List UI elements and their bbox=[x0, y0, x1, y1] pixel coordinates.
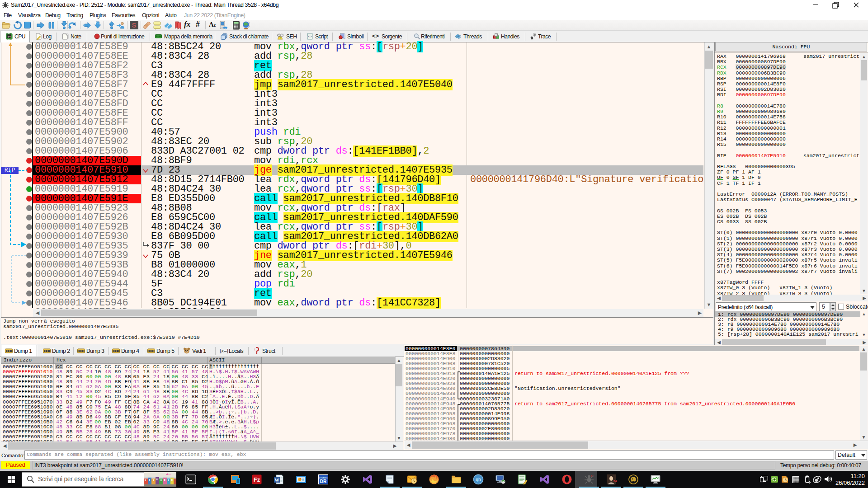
svg-text:64: 64 bbox=[613, 479, 617, 483]
svg-text:64: 64 bbox=[8, 35, 11, 38]
svg-text:DR: DR bbox=[320, 479, 327, 484]
svg-text:<>: <> bbox=[308, 35, 311, 38]
svg-text:64: 64 bbox=[591, 474, 594, 477]
svg-text:!: ! bbox=[279, 37, 280, 40]
svg-text:W: W bbox=[274, 478, 279, 483]
svg-text:Fz: Fz bbox=[254, 476, 260, 483]
svg-text:qb: qb bbox=[476, 477, 481, 482]
